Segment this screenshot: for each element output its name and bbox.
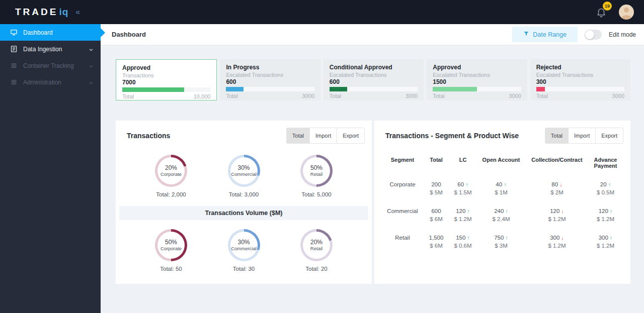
chevron-down-icon — [89, 63, 94, 68]
status-card-rejected[interactable]: Rejected Escalated Transactions 300 Tota… — [530, 59, 630, 100]
donut-percent: 50% — [310, 164, 323, 171]
cell-value: 1,500 — [429, 235, 444, 241]
sidebar-collapse-icon[interactable]: « — [75, 8, 80, 17]
sidebar: Dashboard Data Ingestion Container Track… — [0, 24, 101, 313]
card-title: Conditional Approved — [330, 64, 418, 71]
sidebar-item-label: Data Ingestion — [23, 46, 89, 53]
sidebar-item-dashboard[interactable]: Dashboard — [0, 24, 101, 41]
date-range-button[interactable]: Date Range — [512, 27, 578, 42]
cell-value: 300 — [550, 235, 559, 241]
card-subtitle: Escalated Transactions — [330, 71, 418, 78]
trend-up-arrow-icon: ↑ — [505, 208, 508, 214]
cell-amount: $ 2M — [526, 188, 588, 196]
card-value: 600 — [226, 78, 314, 86]
cell-amount: $ 3M — [476, 242, 526, 250]
edit-mode-toggle[interactable] — [585, 30, 602, 40]
segment-table-header: Segment Total LC Open Account Collection… — [382, 151, 623, 170]
tab-import[interactable]: Import — [569, 128, 596, 144]
cell-amount: $ 1.2M — [526, 215, 588, 223]
tab-total[interactable]: Total — [545, 128, 569, 144]
segment-name: Commercial — [382, 207, 423, 223]
cell-value: 60 — [457, 181, 464, 187]
notifications-button[interactable]: 19 — [596, 7, 607, 18]
sidebar-item-label: Administration — [23, 79, 89, 86]
status-card-approved-transactions[interactable]: Approved Transactions 7000 Total10,000 — [116, 59, 217, 100]
tab-export[interactable]: Export — [596, 128, 623, 144]
transactions-panel-title: Transactions — [127, 128, 170, 140]
card-title: Approved — [122, 64, 210, 72]
app-window: TRADE iq « 19 Dashboard — [0, 0, 644, 313]
column-header-collection-contract: Collection/Contract — [526, 151, 588, 170]
administration-list-icon — [10, 78, 18, 86]
donut-chart: 20% Corporate — [155, 155, 187, 187]
column-header-open-account: Open Account — [476, 151, 526, 170]
brand-suffix: iq — [59, 7, 68, 18]
progress-fill — [536, 87, 545, 91]
dashboard-monitor-icon — [10, 29, 18, 36]
status-card-approved-escalated[interactable]: Approved Escalated Transactions 1500 Tot… — [427, 59, 527, 100]
tab-export[interactable]: Export — [337, 128, 365, 144]
sidebar-item-container-tracking[interactable]: Container Tracking — [0, 57, 101, 74]
donut-percent: 30% — [237, 239, 250, 246]
donut-segment-label: Corporate — [160, 171, 182, 177]
card-total-label: Total — [536, 93, 548, 99]
main-content: Approved Transactions 7000 Total10,000 I… — [101, 45, 644, 313]
status-card-conditional-approved[interactable]: Conditional Approved Escalated Transacti… — [324, 59, 424, 100]
donut-segment-label: Retail — [310, 246, 323, 252]
cell-amount: $ 6M — [423, 242, 450, 250]
donut-percent: 50% — [165, 239, 177, 246]
toggle-knob — [585, 30, 594, 39]
donut-commercial-volume: 30% Commercial Total: 30 — [220, 229, 268, 272]
date-range-label: Date Range — [533, 31, 567, 38]
segment-panel-title: Transactions - Segment & Product Wise — [385, 128, 519, 140]
card-subtitle: Escalated Transactions — [433, 71, 521, 78]
card-total-value: 3000 — [406, 93, 418, 99]
tab-import[interactable]: Import — [310, 128, 337, 144]
user-avatar[interactable] — [619, 5, 634, 20]
trend-up-arrow-icon: ↑ — [610, 235, 613, 241]
chevron-down-icon — [89, 80, 94, 85]
cell-value: 20 — [600, 181, 607, 187]
notification-count-badge: 19 — [603, 2, 612, 11]
transactions-panel: Transactions Total Import Export 20% Cor… — [116, 121, 372, 284]
status-card-in-progress[interactable]: In Progress Escalated Transactions 600 T… — [220, 59, 320, 100]
donut-chart: 50% Retail — [300, 155, 333, 187]
card-title: In Progress — [226, 64, 314, 71]
card-subtitle: Escalated Transactions — [226, 71, 314, 78]
cell-amount: $ 5M — [423, 188, 450, 196]
donut-total: Total: 3,000 — [229, 191, 259, 197]
cell-value: 750 — [494, 235, 504, 241]
progress-track — [536, 87, 624, 91]
donut-total: Total: 30 — [233, 266, 255, 272]
table-row-retail: Retail 1,500$ 6M 150↑$ 0.6M 750↑$ 3M 300… — [382, 223, 623, 250]
page-header: Dashboard Date Range Edit mode — [101, 24, 644, 45]
progress-track — [122, 87, 210, 92]
card-value: 600 — [330, 78, 418, 86]
card-total-label: Total — [122, 93, 134, 99]
donut-segment-label: Commercial — [231, 246, 257, 252]
transactions-count-donuts: 20% Corporate Total: 2,000 30% Commercia… — [116, 155, 372, 197]
progress-fill — [330, 87, 347, 91]
sidebar-item-data-ingestion[interactable]: Data Ingestion — [0, 41, 101, 57]
trend-up-arrow-icon: ↑ — [505, 235, 508, 241]
donut-total: Total: 50 — [160, 266, 182, 272]
donut-corporate-count: 20% Corporate Total: 2,000 — [147, 155, 195, 197]
card-value: 7000 — [122, 79, 210, 86]
card-total-value: 3000 — [612, 93, 624, 99]
card-total-label: Total — [330, 93, 341, 99]
trend-down-arrow-icon: ↓ — [561, 235, 564, 241]
trend-down-arrow-icon: ↓ — [559, 181, 562, 187]
cell-value: 240 — [494, 208, 504, 214]
column-header-lc: LC — [450, 151, 476, 170]
card-subtitle: Transactions — [122, 72, 210, 79]
progress-fill — [433, 87, 477, 91]
donut-segment-label: Retail — [310, 171, 323, 177]
cell-value: 600 — [431, 208, 441, 214]
tab-total[interactable]: Total — [286, 128, 310, 144]
card-total-value: 10,000 — [194, 93, 211, 99]
sidebar-item-label: Dashboard — [23, 29, 94, 36]
sidebar-item-administration[interactable]: Administration — [0, 74, 101, 90]
trend-up-arrow-icon: ↑ — [467, 208, 470, 214]
status-cards-row: Approved Transactions 7000 Total10,000 I… — [116, 59, 630, 100]
table-row-commercial: Commercial 600$ 6M 120↑$ 1.2M 240↑$ 2.4M… — [382, 196, 623, 223]
